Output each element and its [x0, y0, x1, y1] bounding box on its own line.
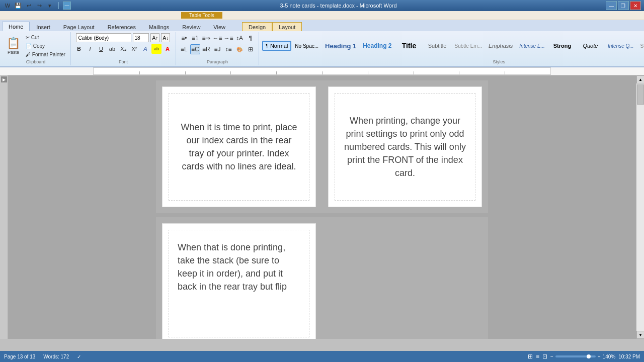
style-heading1[interactable]: Heading 1	[322, 41, 359, 51]
bullets-button[interactable]: ≡•	[179, 33, 189, 43]
style-title[interactable]: Title	[395, 40, 423, 51]
style-heading2[interactable]: Heading 2	[360, 41, 394, 51]
spell-check-icon[interactable]: ✓	[77, 354, 81, 359]
tab-insert[interactable]: Insert	[30, 22, 57, 31]
sort-button[interactable]: ↕A	[234, 33, 245, 43]
tab-home[interactable]: Home	[2, 22, 30, 31]
minimize-restore[interactable]: —	[63, 2, 71, 10]
card-3-text[interactable]: When that is done printing, take the sta…	[173, 236, 305, 298]
para-row2: ≡L ≡C ≡R ≡J ↕≡ 🎨 ⊞	[179, 44, 256, 54]
italic-button[interactable]: I	[85, 44, 95, 54]
group-font: A↑ A↓ B I U ab X₂ X² A ab A Font	[71, 32, 176, 65]
font-size-input[interactable]	[133, 33, 149, 42]
tab-layout[interactable]: Layout	[272, 22, 302, 31]
status-right: ⊞ ≡ ⊡ − + 140% 10:32 PM	[528, 353, 640, 360]
tab-page-layout[interactable]: Page Layout	[57, 22, 101, 31]
title-bar-left: W 💾 ↩ ↪ ▾ —	[3, 1, 71, 10]
font-shrink-button[interactable]: A↓	[161, 33, 170, 42]
card-2[interactable]: When printing, change your print setting…	[328, 86, 482, 207]
view-full-screen-icon[interactable]: ≡	[536, 353, 539, 360]
align-center-button[interactable]: ≡C	[190, 44, 200, 54]
font-name-input[interactable]	[76, 33, 131, 42]
bold-button[interactable]: B	[74, 44, 84, 54]
scroll-down-button[interactable]: ▼	[636, 331, 644, 339]
tab-review[interactable]: Review	[176, 22, 207, 31]
title-bar: W 💾 ↩ ↪ ▾ — 3-5 note cards - template.do…	[0, 0, 644, 11]
card-3[interactable]: When that is done printing, take the sta…	[162, 223, 316, 339]
zoom-thumb[interactable]	[587, 354, 591, 358]
tab-design[interactable]: Design	[242, 22, 272, 31]
font-color-button[interactable]: A	[163, 44, 173, 54]
qat-dropdown[interactable]: ▾	[45, 1, 54, 10]
align-right-button[interactable]: ≡R	[201, 44, 211, 54]
cut-button[interactable]: ✂ Cut	[24, 34, 67, 41]
tab-references[interactable]: References	[101, 22, 142, 31]
strikethrough-button[interactable]: ab	[107, 44, 117, 54]
justify-button[interactable]: ≡J	[212, 44, 222, 54]
tab-mailings[interactable]: Mailings	[142, 22, 176, 31]
style-intense-q[interactable]: Intense Q...	[605, 42, 637, 50]
divider	[58, 2, 59, 9]
style-subtitle[interactable]: Subtitle	[424, 41, 451, 50]
undo-button[interactable]: ↩	[24, 1, 33, 10]
borders-button[interactable]: ⊞	[246, 44, 256, 54]
shading-button[interactable]: 🎨	[234, 44, 245, 54]
card-2-text[interactable]: When printing, change your print setting…	[339, 109, 471, 185]
zoom-in-button[interactable]: +	[598, 354, 601, 359]
word-icon[interactable]: W	[3, 1, 12, 10]
view-normal-icon[interactable]: ⊞	[528, 353, 533, 360]
style-no-spacing[interactable]: No Spac...	[292, 42, 321, 50]
subscript-button[interactable]: X₂	[118, 44, 128, 54]
font-grow-button[interactable]: A↑	[150, 33, 159, 42]
group-styles: ¶ Normal No Spac... Heading 1 Heading 2 …	[259, 32, 644, 65]
style-strong[interactable]: Strong	[548, 41, 576, 50]
format-painter-button[interactable]: 🖌 Format Painter	[24, 51, 67, 58]
save-button[interactable]: 💾	[14, 1, 23, 10]
section-marker[interactable]: ▶	[1, 76, 7, 82]
paste-button[interactable]: 📋 Paste	[4, 34, 23, 57]
tab-view[interactable]: View	[207, 22, 232, 31]
styles-gallery: ¶ Normal No Spac... Heading 1 Heading 2 …	[262, 33, 644, 58]
increase-indent-button[interactable]: →≡	[223, 33, 233, 43]
show-hide-button[interactable]: ¶	[246, 33, 256, 43]
line-spacing-button[interactable]: ↕≡	[223, 44, 233, 54]
restore-button[interactable]: ❐	[618, 1, 629, 10]
style-subtle-em[interactable]: Subtle Em...	[452, 42, 485, 50]
superscript-button[interactable]: X²	[129, 44, 139, 54]
style-subtle-ref[interactable]: Subtle Ref...	[637, 42, 644, 50]
underline-button[interactable]: U	[96, 44, 106, 54]
zoom-area: − + 140%	[550, 354, 615, 359]
highlight-button[interactable]: ab	[151, 44, 162, 54]
scroll-up-button[interactable]: ▲	[636, 75, 644, 83]
style-quote[interactable]: Quote	[577, 41, 604, 50]
ribbon-tabs: Home Insert Page Layout References Maili…	[0, 20, 644, 31]
multilevel-button[interactable]: ≡⇒	[201, 33, 211, 43]
table-tools-label: Table Tools	[181, 12, 222, 19]
document-canvas[interactable]: When it is time to print, place our inde…	[8, 75, 636, 339]
style-normal[interactable]: ¶ Normal	[262, 41, 291, 51]
zoom-out-button[interactable]: −	[550, 354, 553, 359]
quick-access-toolbar: W 💾 ↩ ↪ ▾	[3, 1, 54, 10]
minimize-button[interactable]: —	[606, 1, 617, 10]
view-web-icon[interactable]: ⊡	[542, 353, 547, 360]
redo-button[interactable]: ↪	[35, 1, 44, 10]
card-1[interactable]: When it is time to print, place our inde…	[162, 86, 316, 207]
window-title: 3-5 note cards - template.docx - Microso…	[280, 3, 396, 9]
page-row-2: When that is done printing, take the sta…	[156, 217, 488, 339]
scroll-track[interactable]	[636, 83, 644, 331]
style-emphasis[interactable]: Emphasis	[486, 41, 516, 50]
copy-button[interactable]: 📄 Copy	[24, 42, 67, 50]
scroll-thumb[interactable]	[637, 84, 644, 105]
numbering-button[interactable]: ≡1	[190, 33, 200, 43]
close-button[interactable]: ✕	[630, 1, 641, 10]
align-left-button[interactable]: ≡L	[179, 44, 189, 54]
font-name-row: A↑ A↓	[76, 33, 170, 42]
ruler-content	[93, 67, 551, 75]
text-effects-button[interactable]: A	[140, 44, 150, 54]
card-wrapper-1: When it is time to print, place our inde…	[156, 80, 322, 213]
style-intense-e[interactable]: Intense E...	[516, 42, 548, 50]
zoom-slider[interactable]	[555, 355, 596, 357]
words-status: Words: 172	[43, 354, 69, 359]
decrease-indent-button[interactable]: ←≡	[212, 33, 222, 43]
card-1-text[interactable]: When it is time to print, place our inde…	[173, 116, 305, 178]
